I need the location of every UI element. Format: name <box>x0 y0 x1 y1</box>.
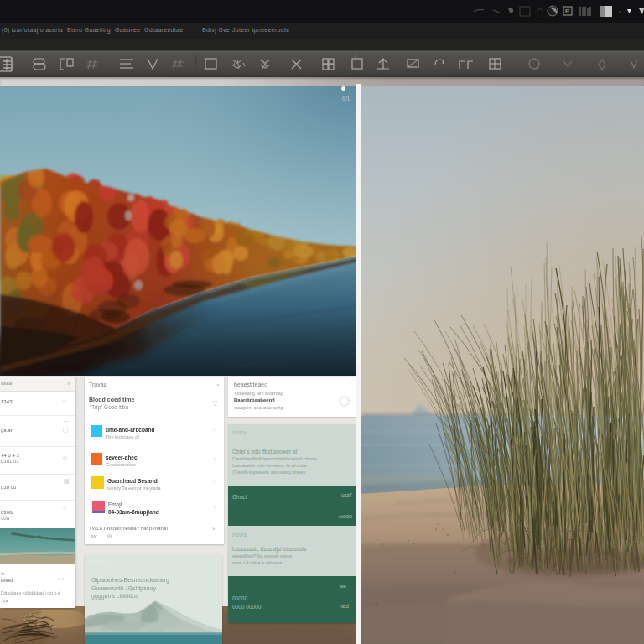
svg-text:P: P <box>565 8 569 15</box>
